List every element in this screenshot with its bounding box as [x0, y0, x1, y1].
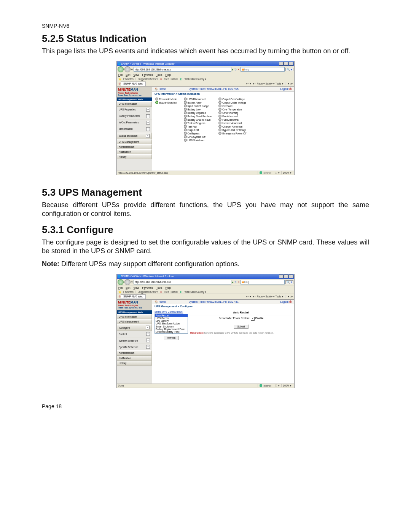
config-option[interactable]: Low Battery	[155, 320, 188, 322]
menu-tools[interactable]: Tools	[156, 73, 162, 77]
refresh-icon[interactable]: ↻	[234, 68, 237, 71]
sidebar-item-battery[interactable]: Battery Parameters+	[117, 113, 152, 120]
statusbar-zoom[interactable]: 100% ▾	[281, 384, 293, 387]
menu-file[interactable]: File	[118, 286, 123, 289]
sidebar-cat-hist[interactable]: History	[117, 361, 152, 366]
statusbar-zoom[interactable]: 100% ▾	[281, 171, 293, 174]
home-link[interactable]: 🏠 Home	[155, 88, 166, 91]
sidebar-item-configure[interactable]: Configure+	[117, 324, 152, 331]
search-input[interactable]: ▣ bing	[241, 280, 285, 284]
dropdown-icon[interactable]: ▾	[131, 281, 133, 284]
refresh-icon[interactable]: ↻	[234, 281, 237, 284]
address-bar[interactable]: http://192.168.168.236/home.asp	[134, 280, 231, 284]
fav-webslice-text[interactable]: Web Slice Gallery ▾	[185, 291, 206, 293]
fav-suggested[interactable]: Suggested Sites ▾	[138, 291, 158, 293]
fav-webslice-text[interactable]: Web Slice Gallery ▾	[185, 78, 206, 80]
config-option[interactable]: Smart Shutdown	[155, 325, 188, 328]
close-button[interactable]: ×	[289, 62, 293, 66]
menu-help[interactable]: Help	[166, 73, 171, 77]
expand-icon[interactable]: +	[146, 121, 150, 125]
fav-hotmail[interactable]: ✉	[160, 291, 162, 293]
search-button[interactable]: 🔍 ▾	[285, 280, 293, 284]
expand-icon[interactable]: +	[146, 134, 150, 138]
minimize-button[interactable]: _	[279, 62, 284, 66]
favorites-label[interactable]: ⭐	[118, 291, 121, 293]
menu-edit[interactable]: Edit	[126, 286, 130, 289]
enable-checkbox[interactable]: ✓	[251, 317, 255, 321]
config-option[interactable]: External Battery Pack	[155, 331, 188, 333]
menu-file[interactable]: File	[118, 73, 123, 77]
favorites-label[interactable]: ⭐	[118, 78, 121, 80]
expand-icon[interactable]: +	[146, 345, 150, 349]
home-link[interactable]: 🏠 Home	[155, 300, 166, 304]
sidebar-item-status[interactable]: Status Indication+	[117, 133, 152, 139]
forward-button[interactable]	[124, 66, 131, 72]
expand-icon[interactable]: +	[146, 339, 150, 342]
maximize-button[interactable]: □	[284, 275, 288, 278]
go-icon[interactable]: ▸	[232, 68, 234, 71]
expand-icon[interactable]: +	[146, 114, 150, 118]
back-button[interactable]	[118, 279, 124, 285]
go-icon[interactable]: ▸	[232, 281, 234, 284]
menu-view[interactable]: View	[133, 286, 139, 289]
ie-toolbar-right[interactable]: ▾ · ▾ · ▾ · Page ▾ Safety ▾ Tools ▾ ❔ ▾ …	[246, 82, 293, 85]
menu-tools[interactable]: Tools	[156, 286, 162, 289]
fav-hotmail-text[interactable]: Free Hotmail	[164, 291, 178, 293]
menu-help[interactable]: Help	[166, 286, 171, 289]
search-button[interactable]: 🔍 ▾	[285, 68, 293, 72]
expand-icon[interactable]: +	[146, 127, 150, 131]
sidebar-item-inout[interactable]: In/Out Parameters+	[117, 120, 152, 126]
sidebar-item-control[interactable]: Control+	[117, 331, 152, 337]
fav-suggested[interactable]: Suggested Sites ▾	[138, 78, 158, 80]
menu-edit[interactable]: Edit	[126, 73, 130, 77]
fav-webslice[interactable]: ◧	[180, 78, 183, 80]
fav-webslice[interactable]: ◧	[180, 291, 183, 293]
sidebar-cat-notif[interactable]: Notification	[117, 149, 152, 154]
sidebar-cat-info[interactable]: UPS Information	[117, 314, 152, 319]
sidebar-cat-notif[interactable]: Notification	[117, 356, 152, 361]
config-option[interactable]: Auto Restart	[155, 314, 188, 317]
address-bar[interactable]: http://192.168.168.236/home.asp	[134, 67, 231, 72]
ie-toolbar-right[interactable]: ▾ · ▾ · ▾ · Page ▾ Safety ▾ Tools ▾ ❔ ▾ …	[246, 295, 293, 298]
sidebar-cat-info[interactable]: UPS Information	[117, 101, 152, 106]
refresh-button[interactable]: Refresh	[164, 336, 179, 340]
sidebar-cat-admin[interactable]: Administration	[117, 350, 152, 355]
fav-hotmail[interactable]: ✉	[160, 78, 162, 80]
minimize-button[interactable]: _	[279, 275, 284, 278]
submit-button[interactable]: Submit	[234, 324, 248, 329]
system-time: System Time: Fri 06/24/2011 PM 02:07:05	[189, 88, 239, 91]
sidebar-item-ident[interactable]: Identification+	[117, 126, 152, 133]
forward-button[interactable]	[124, 279, 131, 285]
tab-snmp[interactable]: SNMP-NV6 Web	[121, 294, 146, 299]
config-option[interactable]: UPS Shutdown Action	[155, 322, 188, 325]
tab-snmp[interactable]: SNMP-NV6 Web	[121, 81, 146, 86]
maximize-button[interactable]: □	[284, 62, 288, 66]
statusbar-protected: 🛡 ▾	[273, 171, 281, 174]
logout-link[interactable]: Logout ⏻	[280, 300, 292, 304]
sidebar-item-properties[interactable]: UPS Properties+	[117, 107, 152, 113]
stop-icon[interactable]: ✕	[237, 281, 240, 284]
sidebar-item-weekly[interactable]: Weekly Schedule+	[117, 337, 152, 344]
sidebar-item-specific[interactable]: Specific Schedule+	[117, 344, 152, 350]
status-led-icon	[218, 132, 221, 135]
config-option[interactable]: Battery Replacement Date	[155, 328, 188, 331]
config-select-list[interactable]: Auto RestartUPS BuzzerLow BatteryUPS Shu…	[155, 314, 188, 334]
logout-link[interactable]: Logout ⏻	[280, 88, 292, 91]
menu-fav[interactable]: Favorites	[142, 286, 153, 289]
expand-icon[interactable]: +	[146, 108, 150, 112]
sidebar-cat-hist[interactable]: History	[117, 154, 152, 159]
expand-icon[interactable]: +	[146, 326, 150, 329]
menu-fav[interactable]: Favorites	[142, 73, 153, 77]
sidebar-cat-mgmt[interactable]: UPS Management	[117, 139, 152, 144]
stop-icon[interactable]: ✕	[237, 68, 240, 71]
search-input[interactable]: ▣ bing	[241, 67, 285, 72]
sidebar-cat-admin[interactable]: Administration	[117, 144, 152, 149]
close-button[interactable]: ×	[289, 275, 293, 278]
config-option[interactable]: UPS Buzzer	[155, 317, 188, 320]
fav-hotmail-text[interactable]: Free Hotmail	[164, 78, 178, 80]
dropdown-icon[interactable]: ▾	[131, 68, 133, 71]
sidebar-cat-mgmt[interactable]: UPS Management	[117, 319, 152, 324]
expand-icon[interactable]: +	[146, 332, 150, 336]
back-button[interactable]	[118, 66, 124, 72]
menu-view[interactable]: View	[133, 73, 139, 77]
